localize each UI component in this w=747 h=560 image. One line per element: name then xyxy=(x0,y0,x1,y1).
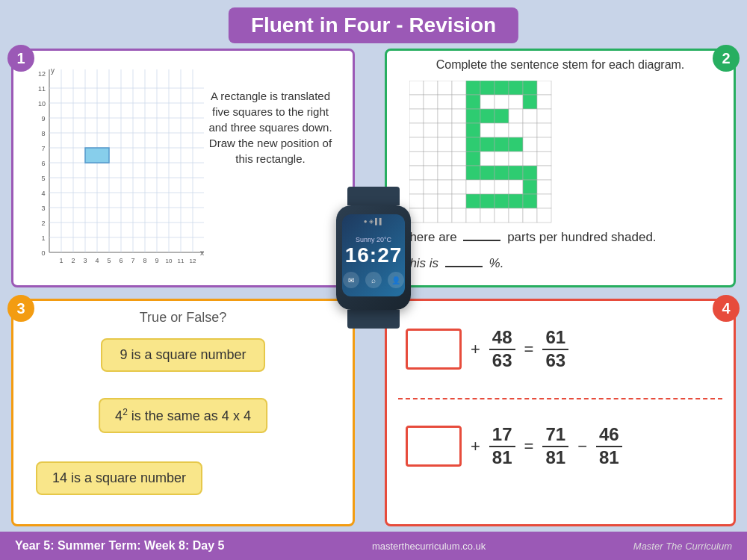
watch-strap-top xyxy=(347,187,400,205)
svg-rect-115 xyxy=(438,166,452,180)
watch-mail-icon: ✉ xyxy=(343,272,359,288)
answer-input-2[interactable] xyxy=(406,426,462,467)
svg-rect-114 xyxy=(424,166,438,180)
svg-rect-118 xyxy=(480,166,495,180)
svg-rect-122 xyxy=(537,166,551,180)
svg-rect-90 xyxy=(509,123,523,137)
svg-rect-75 xyxy=(438,109,452,123)
svg-rect-119 xyxy=(495,166,509,180)
svg-rect-151 xyxy=(523,208,537,223)
svg-text:8: 8 xyxy=(41,130,45,137)
watch-strap-bottom xyxy=(347,310,400,329)
equals-sign-2: = xyxy=(524,437,534,456)
svg-rect-73 xyxy=(409,109,424,123)
svg-rect-59 xyxy=(495,81,509,95)
watch-screen: ● ◈ ▌▌ Sunny 20°C 16:27 ✉ ⌕ 👤 xyxy=(342,214,405,296)
svg-rect-83 xyxy=(409,123,424,137)
svg-rect-101 xyxy=(523,137,537,152)
svg-rect-60 xyxy=(509,81,523,95)
svg-rect-120 xyxy=(509,166,523,180)
svg-rect-58 xyxy=(480,81,495,95)
svg-rect-53 xyxy=(409,81,424,95)
s2-instruction: Complete the sentence stem for each diag… xyxy=(402,58,719,72)
svg-text:11: 11 xyxy=(38,85,46,93)
svg-rect-88 xyxy=(480,123,495,137)
svg-rect-92 xyxy=(537,123,551,137)
svg-text:y: y xyxy=(51,66,55,75)
svg-text:2: 2 xyxy=(71,257,75,264)
badge-3: 3 xyxy=(7,295,34,322)
svg-rect-147 xyxy=(466,208,480,223)
svg-rect-100 xyxy=(509,137,523,152)
fraction-46-81: 46 81 xyxy=(596,424,622,469)
watch-status-bar: ● ◈ ▌▌ xyxy=(342,218,405,225)
footer-year-term: Year 5: Summer Term: Week 8: Day 5 xyxy=(15,539,224,553)
svg-rect-121 xyxy=(523,166,537,180)
svg-rect-56 xyxy=(452,81,466,95)
svg-rect-138 xyxy=(480,194,495,208)
svg-rect-110 xyxy=(509,152,523,166)
svg-rect-113 xyxy=(409,166,424,180)
answer-box-1: 9 is a square number xyxy=(101,338,265,372)
svg-text:1: 1 xyxy=(41,234,45,242)
svg-rect-89 xyxy=(495,123,509,137)
svg-rect-87 xyxy=(466,123,480,137)
fraction-17-81: 17 81 xyxy=(489,424,515,469)
smartwatch: ● ◈ ▌▌ Sunny 20°C 16:27 ✉ ⌕ 👤 xyxy=(329,187,418,321)
section4-container: + 48 63 = 61 63 + 17 81 = 71 81 − 46 81 xyxy=(385,299,736,526)
svg-rect-117 xyxy=(466,166,480,180)
answer-box-3: 14 is a square number xyxy=(36,461,202,495)
plus-sign-2: + xyxy=(471,437,480,456)
svg-rect-111 xyxy=(523,152,537,166)
svg-text:12: 12 xyxy=(38,70,46,78)
svg-rect-132 xyxy=(537,180,551,194)
s3-title: True or False? xyxy=(13,310,353,326)
svg-rect-66 xyxy=(452,95,466,109)
svg-text:3: 3 xyxy=(83,257,87,264)
coordinate-grid: 0 1 2 3 4 5 6 7 8 9 10 11 12 1 2 3 4 5 6… xyxy=(28,66,208,260)
svg-text:10: 10 xyxy=(166,258,173,264)
svg-rect-146 xyxy=(452,208,466,223)
svg-rect-141 xyxy=(523,194,537,208)
svg-rect-82 xyxy=(537,109,551,123)
svg-text:6: 6 xyxy=(41,160,45,167)
svg-text:7: 7 xyxy=(131,257,134,264)
section1-container: 0 1 2 3 4 5 6 7 8 9 10 11 12 1 2 3 4 5 6… xyxy=(11,49,355,287)
svg-rect-93 xyxy=(409,137,424,152)
svg-text:4: 4 xyxy=(95,257,99,264)
fraction-61-63: 61 63 xyxy=(542,327,568,372)
svg-rect-130 xyxy=(509,180,523,194)
svg-text:1: 1 xyxy=(59,257,63,264)
svg-rect-98 xyxy=(480,137,495,152)
plus-sign-1: + xyxy=(471,340,480,359)
svg-rect-134 xyxy=(424,194,438,208)
svg-rect-152 xyxy=(537,208,551,223)
hundred-grid-visual xyxy=(409,81,555,229)
footer-website: masterthecurriculum.co.uk xyxy=(224,541,633,552)
svg-rect-116 xyxy=(452,166,466,180)
svg-rect-81 xyxy=(523,109,537,123)
watch-search-icon: ⌕ xyxy=(365,272,382,288)
watch-body: ● ◈ ▌▌ Sunny 20°C 16:27 ✉ ⌕ 👤 xyxy=(336,205,411,310)
fraction-equation-2: + 17 81 = 71 81 − 46 81 xyxy=(406,424,622,469)
svg-rect-55 xyxy=(438,81,452,95)
svg-rect-105 xyxy=(438,152,452,166)
svg-rect-108 xyxy=(480,152,495,166)
svg-rect-107 xyxy=(466,152,480,166)
svg-text:4: 4 xyxy=(41,190,45,197)
fraction-71-81: 71 81 xyxy=(542,424,568,469)
svg-rect-91 xyxy=(523,123,537,137)
svg-rect-135 xyxy=(438,194,452,208)
svg-text:3: 3 xyxy=(41,205,45,212)
svg-text:5: 5 xyxy=(41,175,45,182)
svg-rect-67 xyxy=(466,95,480,109)
footer: Year 5: Summer Term: Week 8: Day 5 maste… xyxy=(0,532,747,560)
svg-rect-69 xyxy=(495,95,509,109)
svg-text:9: 9 xyxy=(155,257,158,264)
answer-box-2: 42 is the same as 4 x 4 xyxy=(99,398,267,433)
answer-input-1[interactable] xyxy=(406,329,462,370)
svg-rect-140 xyxy=(509,194,523,208)
svg-rect-142 xyxy=(537,194,551,208)
dashed-divider xyxy=(398,398,722,399)
svg-rect-104 xyxy=(424,152,438,166)
